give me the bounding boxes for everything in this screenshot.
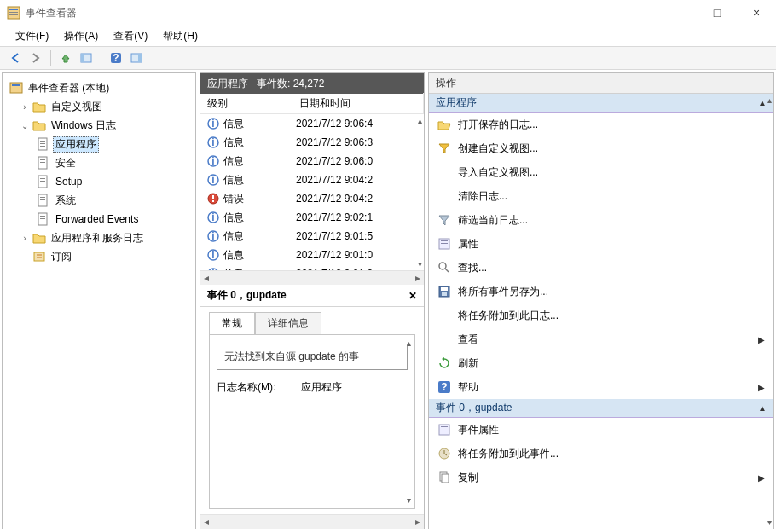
action-attach-task-event[interactable]: 将任务附加到此事件... bbox=[429, 442, 773, 466]
action-event-properties[interactable]: 事件属性 bbox=[429, 418, 773, 442]
col-level[interactable]: 级别 bbox=[200, 93, 292, 114]
action-import-custom-view[interactable]: 导入自定义视图... bbox=[429, 160, 773, 184]
section-application[interactable]: 应用程序 ▲ bbox=[429, 94, 773, 113]
event-row[interactable]: i信息2021/7/12 9:01:5 bbox=[200, 227, 424, 246]
col-datetime[interactable]: 日期和时间 bbox=[292, 93, 424, 114]
detail-close-icon[interactable]: ✕ bbox=[408, 290, 417, 302]
svg-text:i: i bbox=[211, 211, 214, 223]
info-icon: i bbox=[207, 230, 219, 242]
log-name-value: 应用程序 bbox=[301, 380, 342, 395]
section-label: 事件 0，gupdate bbox=[436, 401, 512, 415]
event-row[interactable]: i信息2021/7/12 9:06:0 bbox=[200, 152, 424, 171]
tree-label: 事件查看器 (本地) bbox=[26, 80, 112, 96]
event-row[interactable]: i信息2021/7/12 9:01:0 bbox=[200, 246, 424, 264]
action-open-saved-log[interactable]: 打开保存的日志... bbox=[429, 113, 773, 136]
level-text: 信息 bbox=[223, 117, 244, 131]
svg-rect-24 bbox=[40, 200, 45, 200]
action-find[interactable]: 查找... bbox=[429, 256, 773, 280]
event-row[interactable]: i信息2021/7/12 9:02:1 bbox=[200, 208, 424, 227]
scroll-up-icon[interactable]: ▴ bbox=[418, 116, 422, 125]
view-icon bbox=[437, 332, 451, 346]
tree-custom-views[interactable]: › 自定义视图 bbox=[6, 97, 192, 116]
svg-text:i: i bbox=[211, 174, 214, 186]
tab-general[interactable]: 常规 bbox=[209, 312, 255, 334]
scroll-down-icon[interactable]: ▾ bbox=[767, 518, 772, 527]
scroll-down-icon[interactable]: ▾ bbox=[407, 495, 411, 505]
action-attach-task-log[interactable]: 将任务附加到此日志... bbox=[429, 304, 773, 327]
scroll-down-icon[interactable]: ▾ bbox=[418, 259, 422, 269]
close-button[interactable]: × bbox=[737, 0, 776, 26]
svg-text:i: i bbox=[211, 136, 214, 148]
menu-action[interactable]: 操作(A) bbox=[57, 27, 105, 45]
scroll-up-icon[interactable]: ▴ bbox=[407, 338, 411, 348]
tree-label: 自定义视图 bbox=[49, 99, 105, 115]
tree-root[interactable]: 事件查看器 (本地) bbox=[6, 78, 192, 97]
action-save-all-events[interactable]: 将所有事件另存为... bbox=[429, 280, 773, 304]
minimize-button[interactable]: – bbox=[658, 0, 698, 26]
horizontal-scrollbar[interactable]: ◂▸ bbox=[200, 514, 424, 529]
tree-subscriptions[interactable]: › 订阅 bbox=[6, 247, 192, 266]
event-message: 无法找到来自源 gupdate 的事 bbox=[217, 344, 408, 370]
menu-file[interactable]: 文件(F) bbox=[9, 27, 55, 45]
section-event[interactable]: 事件 0，gupdate ▲ bbox=[429, 399, 773, 418]
menu-help[interactable]: 帮助(H) bbox=[156, 27, 205, 45]
action-clear-log[interactable]: 清除日志... bbox=[429, 184, 773, 208]
tree-security[interactable]: 安全 bbox=[6, 153, 192, 172]
event-row[interactable]: i信息2021/7/12 9:04:2 bbox=[200, 171, 424, 189]
import-icon bbox=[437, 165, 451, 179]
tree-windows-logs[interactable]: ⌄ Windows 日志 bbox=[6, 116, 192, 135]
event-row[interactable]: 错误2021/7/12 9:04:2 bbox=[200, 189, 424, 208]
event-row[interactable]: i信息2021/7/12 9:01:0 bbox=[200, 264, 424, 270]
find-icon bbox=[437, 261, 451, 275]
action-help[interactable]: ?帮助▶ bbox=[429, 375, 773, 399]
action-label: 将所有事件另存为... bbox=[458, 285, 548, 299]
help-icon: ? bbox=[437, 380, 451, 394]
help-button[interactable]: ? bbox=[106, 49, 126, 67]
action-label: 刷新 bbox=[458, 356, 478, 371]
scroll-up-icon[interactable]: ▴ bbox=[767, 95, 772, 105]
properties-button[interactable] bbox=[126, 49, 147, 67]
collapse-icon[interactable]: ▲ bbox=[758, 403, 767, 413]
action-refresh[interactable]: 刷新 bbox=[429, 351, 773, 375]
grid-body[interactable]: ▴ ▾ i信息2021/7/12 9:06:4i信息2021/7/12 9:06… bbox=[200, 114, 424, 270]
svg-rect-20 bbox=[40, 178, 45, 179]
event-row[interactable]: i信息2021/7/12 9:06:4 bbox=[200, 114, 424, 133]
expand-icon[interactable]: › bbox=[20, 234, 30, 243]
datetime-text: 2021/7/12 9:06:3 bbox=[292, 136, 424, 148]
expand-icon[interactable]: › bbox=[20, 102, 30, 112]
tree-system[interactable]: 系统 bbox=[6, 191, 192, 210]
action-view[interactable]: 查看▶ bbox=[429, 327, 773, 351]
maximize-button[interactable]: □ bbox=[698, 0, 737, 26]
back-button[interactable] bbox=[5, 49, 26, 67]
forward-button[interactable] bbox=[26, 49, 46, 67]
action-properties[interactable]: 属性 bbox=[429, 232, 773, 256]
tree-label: Forwarded Events bbox=[53, 212, 141, 226]
event-row[interactable]: i信息2021/7/12 9:06:3 bbox=[200, 133, 424, 152]
tree-forwarded[interactable]: Forwarded Events bbox=[6, 210, 192, 228]
svg-rect-39 bbox=[212, 200, 214, 202]
svg-rect-59 bbox=[439, 425, 449, 435]
tab-details[interactable]: 详细信息 bbox=[255, 312, 321, 334]
collapse-icon[interactable]: ⌄ bbox=[20, 121, 30, 130]
action-create-custom-view[interactable]: 创建自定义视图... bbox=[429, 136, 773, 160]
tree-pane: 事件查看器 (本地) › 自定义视图 ⌄ Windows 日志 应用程序 安全 bbox=[2, 72, 196, 529]
level-text: 信息 bbox=[223, 229, 244, 244]
up-button[interactable] bbox=[55, 49, 76, 67]
subscription-icon bbox=[32, 250, 46, 263]
tree-apps-services[interactable]: › 应用程序和服务日志 bbox=[6, 228, 192, 247]
show-hide-button[interactable] bbox=[76, 49, 96, 67]
info-icon: i bbox=[207, 118, 219, 130]
datetime-text: 2021/7/12 9:04:2 bbox=[292, 193, 424, 205]
collapse-icon[interactable]: ▲ bbox=[758, 98, 767, 107]
tree-setup[interactable]: Setup bbox=[6, 172, 192, 191]
action-copy[interactable]: 复制▶ bbox=[429, 466, 773, 489]
info-icon: i bbox=[207, 174, 219, 186]
tree-application[interactable]: 应用程序 bbox=[6, 135, 192, 153]
horizontal-scrollbar[interactable]: ◂▸ bbox=[200, 270, 424, 285]
action-filter-current[interactable]: 筛选当前日志... bbox=[429, 208, 773, 232]
menu-view[interactable]: 查看(V) bbox=[107, 27, 154, 45]
tree[interactable]: 事件查看器 (本地) › 自定义视图 ⌄ Windows 日志 应用程序 安全 bbox=[3, 73, 195, 271]
filter-icon bbox=[437, 213, 451, 227]
tree-label: 订阅 bbox=[49, 249, 74, 265]
action-label: 将任务附加到此日志... bbox=[458, 309, 559, 323]
